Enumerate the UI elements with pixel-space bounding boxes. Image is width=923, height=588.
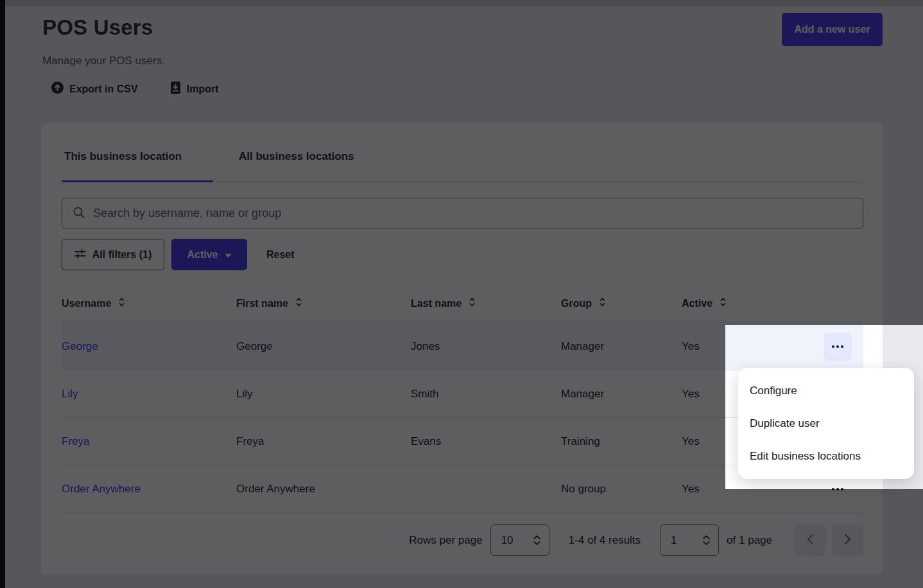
filters-row: All filters (1) Active Reset — [62, 239, 295, 270]
chevron-right-icon — [845, 534, 851, 546]
column-header-first-name[interactable]: First name — [236, 297, 303, 309]
username-link[interactable]: George — [62, 340, 98, 353]
filter-sliders-icon — [74, 248, 86, 261]
menu-item-duplicate-user[interactable]: Duplicate user — [738, 407, 914, 440]
tab-this-business-location[interactable]: This business location — [64, 150, 182, 163]
column-header-username[interactable]: Username — [62, 297, 126, 309]
active-tab-underline — [62, 180, 213, 182]
sort-icon — [295, 297, 303, 309]
export-csv-label: Export in CSV — [69, 83, 138, 95]
page-subtitle: Manage your POS users. — [42, 55, 165, 67]
all-filters-button[interactable]: All filters (1) — [62, 239, 164, 270]
row-actions-dropdown-menu: Configure Duplicate user Edit business l… — [738, 368, 914, 479]
row-actions-menu-button[interactable] — [824, 475, 852, 503]
previous-page-button[interactable] — [794, 524, 825, 556]
collapsed-sidebar-edge — [0, 0, 5, 588]
tab-all-business-locations[interactable]: All business locations — [239, 150, 354, 163]
table-header-row: Username First name Last name Group Acti… — [62, 284, 863, 323]
pagination-bar: Rows per page 10 1-4 of 4 results 1 of 1… — [62, 523, 863, 557]
import-label: Import — [187, 83, 219, 95]
window-top-edge — [0, 0, 923, 6]
search-input[interactable] — [93, 207, 852, 220]
column-header-last-name[interactable]: Last name — [411, 297, 476, 309]
stepper-icon — [533, 535, 540, 545]
import-icon — [170, 82, 181, 96]
export-icon — [51, 82, 64, 96]
page-title: POS Users — [42, 15, 153, 40]
column-header-group[interactable]: Group — [561, 297, 607, 309]
pos-users-screen: POS Users Manage your POS users. Export … — [0, 0, 923, 588]
menu-item-edit-business-locations[interactable]: Edit business locations — [738, 440, 914, 472]
search-box — [62, 198, 863, 229]
of-pages-label: of 1 page — [727, 534, 772, 547]
search-icon — [73, 206, 85, 221]
menu-item-configure[interactable]: Configure — [738, 374, 914, 407]
page-number-select[interactable]: 1 — [660, 524, 719, 556]
page-number-value: 1 — [671, 534, 677, 547]
username-link[interactable]: Lily — [62, 388, 78, 401]
sort-icon — [117, 297, 126, 309]
column-header-active[interactable]: Active — [682, 297, 727, 309]
rows-per-page-value: 10 — [501, 534, 513, 547]
import-button[interactable]: Import — [170, 82, 219, 96]
stepper-icon — [703, 535, 710, 545]
row-actions-menu-button[interactable] — [824, 333, 852, 361]
reset-button[interactable]: Reset — [266, 249, 295, 261]
sort-icon — [719, 297, 727, 309]
chevron-down-icon — [225, 249, 232, 261]
active-filter-label: Active — [187, 249, 218, 261]
sort-icon — [468, 297, 476, 309]
results-count: 1-4 of 4 results — [569, 534, 641, 547]
import-export-row: Export in CSV Import — [51, 82, 218, 96]
users-card: This business location All business loca… — [41, 123, 883, 575]
username-link[interactable]: Order Anywhere — [62, 483, 141, 496]
add-a-new-user-button[interactable]: Add a new user — [782, 13, 883, 46]
next-page-button[interactable] — [832, 524, 863, 556]
rows-per-page-select[interactable]: 10 — [490, 524, 549, 556]
username-link[interactable]: Freya — [62, 435, 89, 448]
chevron-left-icon — [807, 534, 813, 546]
all-filters-label: All filters (1) — [92, 249, 151, 261]
active-filter-button[interactable]: Active — [171, 239, 247, 270]
table-row: George George Jones Manager Yes — [62, 323, 863, 370]
sort-icon — [598, 297, 607, 309]
rows-per-page-label: Rows per page — [409, 534, 482, 547]
export-csv-button[interactable]: Export in CSV — [51, 82, 138, 96]
